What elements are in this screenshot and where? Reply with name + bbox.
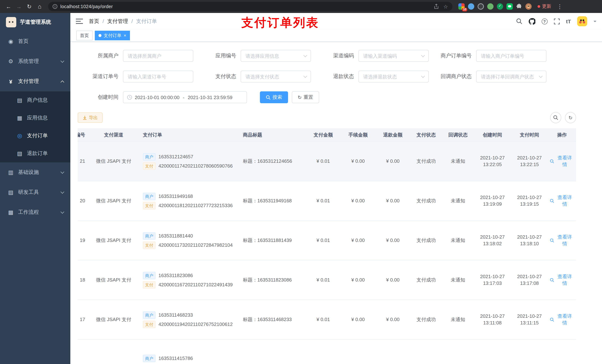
close-tab-icon[interactable] (124, 33, 126, 38)
pay-status-input[interactable] (241, 71, 311, 82)
breadcrumb-payment[interactable]: 支付管理 (107, 18, 133, 25)
pay-tag: 支付 (143, 162, 155, 170)
sidebar-item-system[interactable]: 系统管理 (0, 52, 70, 71)
screen: localhost:1024/pay/order 10 更新 (0, 0, 602, 364)
extension-chat-icon[interactable] (506, 3, 513, 10)
create-time: 13:22:05 (476, 161, 509, 168)
pay-order-no: 4200001167202110271022491439 (159, 281, 233, 288)
github-icon[interactable] (529, 18, 535, 25)
merchant-input[interactable] (123, 50, 193, 62)
sidebar-item-infrastructure[interactable]: 基础设施 (0, 162, 70, 182)
fullscreen-icon[interactable] (554, 18, 560, 24)
extension-check-icon[interactable] (497, 3, 503, 10)
extensions-puzzle-icon[interactable] (516, 3, 522, 10)
reset-button[interactable]: 重置 (292, 91, 319, 103)
sidebar-item-refund-order[interactable]: 退款订单 (0, 145, 70, 162)
tab-pay-order[interactable]: 支付订单 (95, 31, 130, 40)
sidebar-item-label: 支付管理 (18, 78, 57, 85)
cell-notify: 未通知 (442, 198, 474, 204)
browser-reload-icon[interactable] (24, 2, 34, 11)
view-detail-link[interactable]: 查看详情 (550, 194, 574, 208)
app-logo[interactable]: 芋道管理系统 (0, 13, 70, 31)
gear-icon (7, 58, 14, 65)
avatar-caret-icon[interactable] (593, 21, 596, 23)
address-bar[interactable]: localhost:1024/pay/order (48, 2, 452, 11)
search-icon[interactable] (516, 18, 522, 24)
col-fee: 手续金额 (341, 132, 376, 138)
browser-menu-icon[interactable] (555, 2, 565, 11)
view-detail-link[interactable]: 查看详情 (550, 155, 574, 168)
browser-home-icon[interactable] (35, 2, 44, 11)
share-icon[interactable] (434, 4, 439, 9)
sidebar-item-home[interactable]: 首页 (0, 31, 70, 52)
sidebar-item-workflow[interactable]: 工作流程 (0, 202, 70, 222)
channel-code-input[interactable] (359, 50, 428, 62)
breadcrumb-home[interactable]: 首页 (89, 18, 104, 25)
bookmark-star-icon[interactable] (443, 3, 448, 10)
cell-title: 标题：1635312124656 (240, 158, 306, 165)
channel-code-select[interactable] (358, 50, 429, 62)
channel-order-no-field[interactable] (123, 71, 193, 83)
refresh-table-button[interactable] (565, 112, 576, 123)
refund-status-select[interactable] (358, 71, 429, 83)
browser-profile-avatar[interactable] (525, 3, 532, 10)
toggle-search-button[interactable] (550, 112, 561, 123)
notify-status-input[interactable] (476, 71, 546, 82)
url-text[interactable]: localhost:1024/pay/order (60, 4, 434, 9)
cell-action: 查看详情 (548, 234, 576, 247)
browser-back-icon[interactable] (4, 2, 13, 11)
cell-id: 19 (78, 237, 88, 244)
search-button[interactable]: 搜索 (260, 91, 288, 103)
pay-status-select[interactable] (241, 71, 311, 83)
magnifier-icon (550, 238, 554, 243)
app-select[interactable] (241, 50, 311, 62)
extension-dark-icon[interactable] (478, 3, 484, 10)
font-size-icon[interactable] (566, 18, 571, 24)
col-notify: 回调状态 (442, 132, 474, 138)
col-id: 编号 (78, 132, 88, 138)
sidebar-item-payment[interactable]: 支付管理 (0, 71, 70, 91)
create-time: 13:19:09 (476, 201, 509, 208)
sidebar-toggle-icon[interactable] (76, 19, 83, 24)
pay-order-no: 4200001174202110278060590766 (159, 163, 233, 169)
browser-update-button[interactable]: 更新 (538, 3, 551, 10)
cell-create-time: 2021-10-27 13:17:03 (474, 273, 511, 287)
user-avatar[interactable] (577, 16, 587, 26)
create-time-range-picker[interactable]: 2021-10-01 00:00:00 - 2021-10-31 23:59:5… (123, 91, 247, 103)
sidebar-item-merchant-info[interactable]: 商户信息 (0, 91, 70, 109)
notify-status-select[interactable] (476, 71, 547, 83)
export-button-label: 导出 (89, 114, 98, 121)
magnifier-icon (550, 278, 554, 282)
help-icon[interactable] (542, 18, 548, 24)
cell-fee: ¥ 0.00 (341, 158, 376, 165)
merchant-order-no-input[interactable] (476, 50, 546, 62)
table-row: 20 微信 JSAPI 支付 商户 1635311949168 支付 (78, 181, 576, 221)
browser-forward-icon[interactable] (14, 2, 24, 11)
sidebar-item-app-info[interactable]: 应用信息 (0, 109, 70, 127)
active-tab-dot (98, 34, 101, 37)
extension-blue-icon[interactable] (468, 3, 474, 10)
merchant-order-no-field[interactable] (476, 50, 547, 62)
sidebar-item-dev-tools[interactable]: 研发工具 (0, 182, 70, 202)
view-detail-link[interactable]: 查看详情 (550, 313, 574, 326)
site-info-icon[interactable] (53, 4, 57, 9)
export-button[interactable]: 导出 (78, 113, 103, 123)
browser-toolbar: localhost:1024/pay/order 10 更新 (0, 0, 602, 13)
merchant-select[interactable] (123, 50, 193, 62)
filter-form: 所属商户 应用编号 (78, 42, 602, 103)
app-input[interactable] (241, 50, 311, 62)
table-row: 19 微信 JSAPI 支付 商户 1635311881440 支付 (78, 221, 576, 260)
sidebar-item-pay-order[interactable]: 支付订单 (0, 127, 70, 145)
view-detail-link[interactable]: 查看详情 (550, 234, 574, 247)
submenu-item-label: 支付订单 (27, 132, 48, 139)
extension-green-icon[interactable] (487, 3, 494, 10)
refund-status-input[interactable] (359, 71, 428, 82)
filter-channel-code: 渠道编码 (315, 50, 429, 62)
channel-order-no-input[interactable] (123, 71, 193, 82)
orders-table-inner[interactable]: 编号 支付渠道 支付订单 商品标题 支付金额 手续金额 退款金额 支付状态 回调… (78, 128, 576, 364)
cell-status: 支付成功 (410, 277, 442, 283)
tab-home[interactable]: 首页 (76, 31, 93, 40)
view-detail-link[interactable]: 查看详情 (550, 273, 574, 287)
extension-colorful-icon[interactable]: 10 (458, 3, 465, 10)
cell-channel: 微信 JSAPI 支付 (88, 277, 139, 283)
